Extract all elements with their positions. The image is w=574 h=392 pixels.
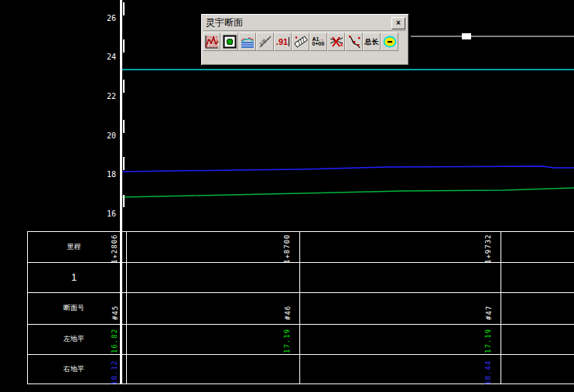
- decimal-precision-label: .91: [276, 37, 288, 46]
- axis-tick-dash: [123, 120, 125, 133]
- pond-subtract-icon: [382, 34, 398, 49]
- frame-view-button[interactable]: [220, 32, 238, 51]
- grip-handle[interactable]: [462, 33, 471, 39]
- station-mileage: 1+8700: [283, 233, 291, 264]
- cut-cross-button[interactable]: [327, 32, 345, 51]
- axis-tick-dash: [123, 2, 125, 15]
- station-ground-elev: 16.82: [111, 327, 118, 353]
- axis-tick-label: 18: [97, 170, 116, 179]
- axis-tick-dash: [123, 39, 125, 53]
- row-label-left-ground: 左地平: [28, 324, 120, 354]
- station-ground-elev: 17.19: [484, 327, 492, 353]
- frame-view-icon: [222, 34, 237, 49]
- slope-annotate-icon: 0.00: [258, 34, 273, 49]
- svg-text:0.00: 0.00: [258, 38, 266, 46]
- section-table-icon: [240, 34, 255, 49]
- axis-tick-label: 22: [97, 92, 116, 101]
- elevation-axis: [120, 0, 122, 383]
- cursor-bar-icon: [289, 37, 289, 46]
- axis-tick-label: 20: [97, 131, 116, 140]
- total-length-label: 总长: [365, 37, 379, 47]
- station-water-elev: 18.44: [484, 359, 492, 385]
- station-mileage: 1+2806: [111, 233, 118, 264]
- section-table-button[interactable]: [238, 32, 256, 51]
- point-curve-icon: [347, 34, 362, 49]
- station-number-icon: A1→ 0+00: [313, 37, 325, 46]
- axis-tick-dash: [123, 80, 125, 93]
- station-water-elev: 18.12: [111, 359, 118, 385]
- row-label-mileage: 里程: [28, 231, 120, 262]
- close-button[interactable]: ×: [391, 17, 405, 29]
- hatch-band-icon: [293, 34, 309, 49]
- slope-annotate-button[interactable]: 0.00: [256, 32, 274, 51]
- station-line-1: [126, 231, 127, 383]
- axis-tick-label: 16: [97, 210, 116, 218]
- station-ground-elev: 17.19: [283, 327, 291, 353]
- cad-viewport[interactable]: 26 24 22 20 18 16 里程 1 断面号 左地平 右地平 1+280…: [0, 0, 574, 392]
- station-number-button[interactable]: A1→ 0+00: [309, 32, 327, 51]
- axis-tick-dash: [123, 195, 125, 207]
- total-length-button[interactable]: 总长: [363, 32, 381, 51]
- green-ground-line: [121, 188, 574, 197]
- pond-subtract-button[interactable]: [381, 32, 398, 51]
- axis-tick-dash: [123, 157, 125, 170]
- section-toolbar-window: 灵宇断面 ×: [200, 13, 409, 66]
- station-section-no: #45: [111, 300, 119, 320]
- axis-tick-label: 26: [97, 14, 116, 22]
- row-label-section-no: 断面号: [28, 292, 120, 324]
- row-label-right-ground: 右地平: [28, 354, 120, 383]
- row-label-index: 1: [28, 262, 120, 292]
- hatch-band-button[interactable]: [292, 32, 309, 51]
- station-line-3: [501, 231, 501, 383]
- profile-grid-icon: [204, 34, 220, 49]
- point-curve-button[interactable]: [345, 32, 363, 51]
- cut-cross-icon: [329, 34, 344, 49]
- axis-tick-label: 24: [97, 53, 116, 61]
- station-mileage: 1+9732: [484, 233, 492, 264]
- decimal-precision-button[interactable]: .91: [274, 32, 292, 51]
- profile-grid-button[interactable]: [203, 32, 220, 51]
- blue-profile-line: [121, 166, 574, 172]
- toolbar-button-row: 0.00 .91 A1→ 0+00: [201, 32, 408, 52]
- toolbar-titlebar[interactable]: 灵宇断面 ×: [203, 16, 406, 31]
- station-line-2: [299, 231, 300, 383]
- station-section-no: #47: [485, 300, 493, 320]
- station-section-no: #46: [284, 300, 292, 320]
- toolbar-title: 灵宇断面: [206, 16, 243, 29]
